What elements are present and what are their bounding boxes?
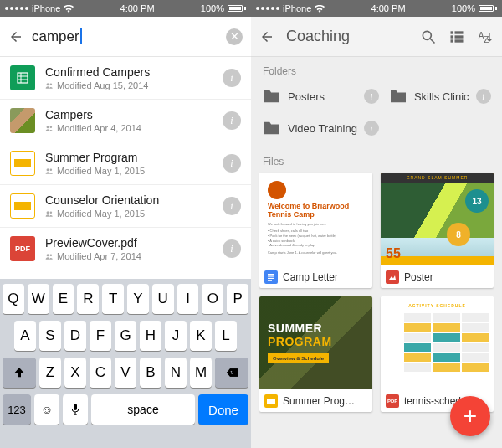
status-bar: iPhone 4:00 PM 100%	[251, 0, 502, 17]
result-title: Campers	[45, 108, 213, 121]
clock-label: 4:00 PM	[371, 3, 406, 13]
clear-search-button[interactable]: ✕	[226, 28, 243, 45]
back-arrow-icon[interactable]	[259, 29, 274, 44]
key[interactable]: Y	[127, 284, 149, 314]
svg-point-4	[47, 83, 49, 85]
shift-key[interactable]	[3, 358, 36, 388]
shared-icon	[45, 82, 54, 89]
result-row[interactable]: Confirmed Campers Modified Aug 15, 2014 …	[0, 57, 251, 100]
done-key[interactable]: Done	[198, 394, 248, 425]
key[interactable]: N	[165, 358, 187, 388]
file-preview: Welcome to Briarwood Tennis Camp We look…	[259, 173, 372, 265]
info-button[interactable]: i	[223, 154, 241, 173]
svg-rect-0	[18, 73, 28, 83]
folder-header: Coaching AZ	[251, 17, 502, 57]
key[interactable]: H	[140, 321, 161, 351]
file-card[interactable]: Welcome to Briarwood Tennis Camp We look…	[259, 173, 372, 288]
info-button[interactable]: i	[223, 197, 241, 215]
result-row[interactable]: Summer Program Modified May 1, 2015 i	[0, 142, 251, 185]
wifi-icon	[315, 5, 325, 13]
key[interactable]: U	[152, 284, 174, 314]
battery-pct: 100%	[201, 3, 224, 13]
list-view-icon[interactable]	[448, 28, 465, 45]
result-title: Confirmed Campers	[45, 65, 213, 79]
key[interactable]: M	[190, 358, 212, 388]
search-input[interactable]: camper	[32, 28, 218, 45]
carrier-label: iPhone	[32, 3, 60, 13]
image-icon	[386, 270, 399, 284]
key[interactable]: S	[39, 321, 61, 351]
fab-add-button[interactable]: +	[450, 396, 490, 436]
slides-icon	[10, 151, 35, 176]
folder-item[interactable]: Posters i	[259, 82, 382, 111]
info-button[interactable]: i	[364, 89, 379, 104]
key[interactable]: I	[177, 284, 199, 314]
key[interactable]: D	[64, 321, 86, 351]
key[interactable]: O	[202, 284, 223, 314]
file-card[interactable]: ACTIVITY SCHEDULE PDF tennis-sched…	[381, 296, 494, 412]
key[interactable]: C	[90, 358, 111, 388]
shared-icon	[45, 210, 54, 217]
key[interactable]: B	[140, 358, 161, 388]
key[interactable]: R	[77, 284, 99, 314]
key[interactable]: J	[165, 321, 187, 351]
info-button[interactable]: i	[223, 239, 241, 258]
shared-icon	[45, 167, 54, 174]
key[interactable]: V	[115, 358, 136, 388]
key[interactable]: F	[90, 321, 111, 351]
numbers-key[interactable]: 123	[3, 394, 31, 425]
folder-item[interactable]: Skills Clinic i	[386, 82, 494, 111]
result-title: PreviewCover.pdf	[45, 236, 213, 250]
battery-icon	[228, 5, 246, 12]
info-button[interactable]: i	[364, 121, 379, 136]
shared-icon	[45, 125, 54, 131]
svg-rect-21	[451, 39, 453, 42]
svg-point-13	[50, 255, 53, 257]
key[interactable]: K	[190, 321, 212, 351]
key[interactable]: E	[53, 284, 74, 314]
svg-rect-19	[451, 35, 453, 38]
key[interactable]: Z	[39, 358, 61, 388]
result-row[interactable]: Counselor Orientation Modified May 1, 20…	[0, 185, 251, 228]
key[interactable]: W	[28, 284, 49, 314]
result-title: Summer Program	[45, 151, 213, 164]
status-bar: iPhone 4:00 PM 100%	[0, 0, 251, 17]
svg-rect-14	[74, 404, 77, 410]
result-title: Counselor Orientation	[45, 193, 213, 207]
svg-rect-22	[455, 39, 464, 42]
file-card[interactable]: SUMMER PROGRAM Overview & Schedule Summe…	[259, 296, 372, 412]
svg-point-8	[47, 168, 49, 171]
sort-icon[interactable]: AZ	[477, 28, 494, 45]
folders-grid: Posters i Skills Clinic i Video Training…	[251, 82, 502, 147]
info-button[interactable]: i	[476, 89, 491, 104]
file-card[interactable]: GRAND SLAM SUMMER 13 8 55 Poster	[381, 173, 494, 288]
key[interactable]: Q	[3, 284, 24, 314]
files-grid: Welcome to Briarwood Tennis Camp We look…	[251, 173, 502, 420]
result-row[interactable]: PDF PreviewCover.pdf Modified Apr 7, 201…	[0, 228, 251, 270]
key[interactable]: G	[115, 321, 136, 351]
key[interactable]: P	[227, 284, 248, 314]
folder-item[interactable]: Video Training i	[259, 114, 382, 142]
folder-screen: iPhone 4:00 PM 100% Coaching AZ Folders …	[251, 0, 502, 448]
battery-pct: 100%	[452, 3, 475, 13]
pdf-icon: PDF	[386, 394, 399, 408]
emoji-key[interactable]: ☺	[34, 394, 59, 425]
slides-icon	[264, 394, 278, 408]
svg-point-7	[50, 126, 53, 129]
info-button[interactable]: i	[223, 69, 241, 87]
space-key[interactable]: space	[91, 394, 195, 425]
search-icon[interactable]	[420, 28, 437, 45]
svg-point-15	[423, 31, 431, 39]
key[interactable]: T	[102, 284, 124, 314]
mic-key[interactable]	[63, 394, 88, 425]
key[interactable]: A	[14, 321, 36, 351]
key[interactable]: L	[215, 321, 237, 351]
keyboard-row-bottom: 123 ☺ space Done	[3, 394, 248, 425]
key[interactable]: X	[64, 358, 86, 388]
svg-point-9	[50, 169, 53, 172]
info-button[interactable]: i	[223, 111, 241, 130]
back-arrow-icon[interactable]	[8, 29, 23, 44]
result-row[interactable]: Campers Modified Apr 4, 2014 i	[0, 100, 251, 142]
carrier-label: iPhone	[283, 3, 311, 13]
backspace-key[interactable]	[215, 358, 248, 388]
